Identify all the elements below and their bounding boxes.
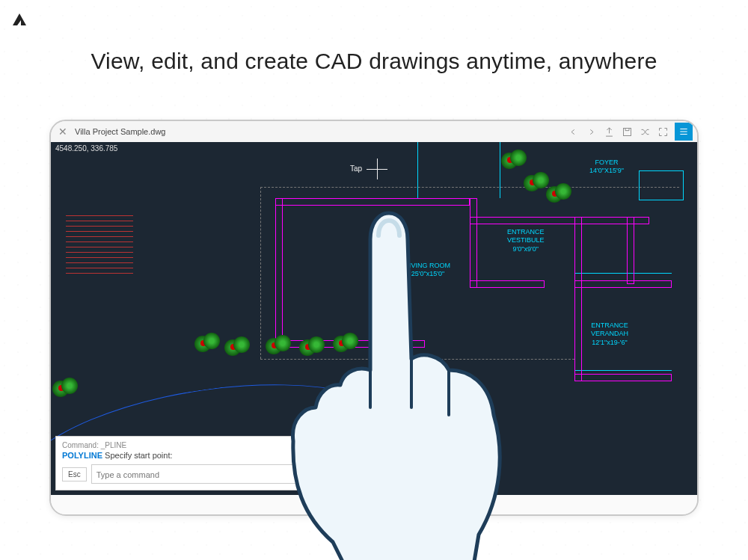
undo-icon[interactable] — [565, 123, 581, 140]
close-icon[interactable]: ✕ — [58, 126, 67, 138]
shuffle-icon[interactable] — [637, 123, 653, 140]
wall — [574, 217, 582, 381]
app-topbar: ✕ Villa Project Sample.dwg — [51, 121, 697, 142]
pointing-hand-illustration — [247, 183, 531, 560]
shrub-icon — [500, 150, 527, 172]
menu-icon[interactable] — [675, 123, 693, 141]
fullscreen-icon[interactable] — [654, 123, 671, 140]
crosshair-icon — [367, 159, 387, 179]
shrub-icon — [51, 378, 78, 400]
cyan-line — [574, 370, 672, 371]
shrub-icon — [193, 333, 220, 355]
hatch-panel — [66, 211, 133, 278]
label-foyer: FOYER 14'0"X15'9" — [589, 159, 624, 176]
redo-icon[interactable] — [583, 123, 599, 140]
command-prompt-text: Specify start point: — [102, 451, 173, 460]
shrub-icon — [223, 336, 250, 359]
cyan-line — [574, 273, 672, 274]
share-icon[interactable] — [601, 123, 617, 140]
command-keyword: POLYLINE — [62, 451, 102, 460]
tap-hint: Tap — [350, 164, 362, 173]
esc-button[interactable]: Esc — [62, 467, 87, 481]
wall — [574, 374, 672, 381]
autodesk-logo — [7, 7, 31, 31]
cyan-box — [639, 170, 684, 200]
file-name: Villa Project Sample.dwg — [75, 127, 165, 136]
svg-rect-0 — [623, 128, 631, 135]
wall — [574, 280, 672, 288]
label-verandah: ENTRANCE VERANDAH 12'1"x19-'6" — [591, 321, 628, 347]
cursor-coordinates: 4548.250, 336.785 — [55, 144, 117, 153]
marketing-headline: View, edit, and create CAD drawings anyt… — [0, 49, 748, 74]
save-icon[interactable] — [619, 123, 635, 140]
wall — [627, 217, 634, 284]
